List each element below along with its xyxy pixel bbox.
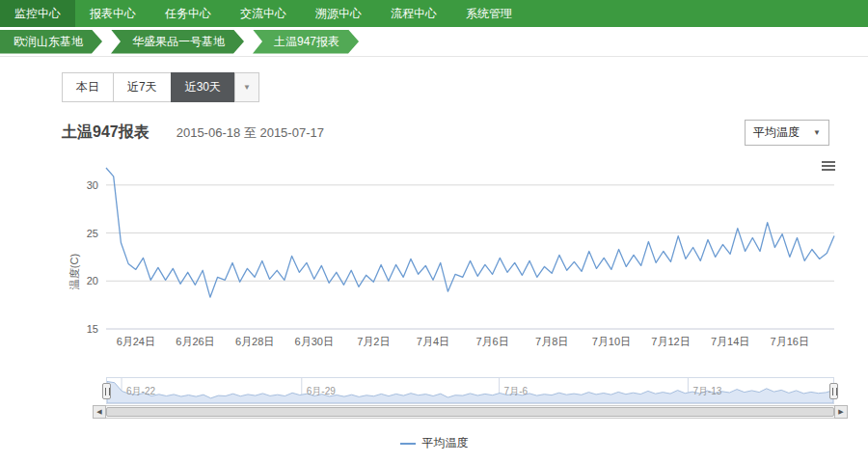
nav-item-task-center[interactable]: 任务中心 xyxy=(150,0,226,27)
nav-item-system-admin[interactable]: 系统管理 xyxy=(451,0,527,27)
svg-text:7月-13: 7月-13 xyxy=(692,386,721,396)
nav-item-trace-center[interactable]: 溯源中心 xyxy=(301,0,376,27)
navigator-right-handle[interactable] xyxy=(829,383,838,399)
chart-area: 温度(C) 152025306月24日6月26日6月28日6月30日7月2日7月… xyxy=(24,153,844,462)
nav-item-process-center[interactable]: 流程中心 xyxy=(376,0,451,27)
legend-label: 平均温度 xyxy=(422,435,469,451)
navigator-area-chart: 6月-226月-297月-67月-13 xyxy=(107,378,833,403)
temperature-line-chart: 152025306月24日6月26日6月28日6月30日7月2日7月4日7月6日… xyxy=(34,155,854,360)
metric-select-value: 平均温度 xyxy=(753,124,800,141)
metric-select[interactable]: 平均温度 ▼ xyxy=(745,120,829,146)
top-navigation: 监控中心 报表中心 任务中心 交流中心 溯源中心 流程中心 系统管理 xyxy=(0,0,868,27)
breadcrumb-base[interactable]: 欧润山东基地 xyxy=(0,30,102,54)
svg-text:30: 30 xyxy=(87,179,98,191)
svg-text:20: 20 xyxy=(87,275,98,286)
svg-text:7月4日: 7月4日 xyxy=(417,336,449,347)
svg-text:7月-6: 7月-6 xyxy=(504,386,529,396)
page-title: 土温947报表 xyxy=(62,123,149,143)
svg-text:6月24日: 6月24日 xyxy=(117,336,155,347)
svg-text:7月8日: 7月8日 xyxy=(535,336,568,347)
svg-text:6月-29: 6月-29 xyxy=(307,386,336,396)
svg-text:7月14日: 7月14日 xyxy=(711,336,749,347)
legend-line-swatch xyxy=(400,443,416,445)
svg-text:6月-22: 6月-22 xyxy=(126,386,155,396)
svg-text:7月12日: 7月12日 xyxy=(651,336,690,347)
date-range-label: 2015-06-18 至 2015-07-17 xyxy=(176,124,324,142)
svg-text:6月28日: 6月28日 xyxy=(235,336,274,347)
tab-last-7-days[interactable]: 近7天 xyxy=(113,72,172,102)
breadcrumb-report[interactable]: 土温947报表 xyxy=(253,30,359,54)
navigator-left-handle[interactable] xyxy=(102,383,111,399)
tab-last-30-days[interactable]: 近30天 xyxy=(171,72,235,102)
svg-text:7月2日: 7月2日 xyxy=(357,336,390,347)
svg-text:7月10日: 7月10日 xyxy=(592,336,631,347)
scroll-right-button[interactable]: ▶ xyxy=(834,405,848,419)
chart-legend[interactable]: 平均温度 xyxy=(24,435,844,451)
nav-item-exchange-center[interactable]: 交流中心 xyxy=(226,0,301,27)
breadcrumb: 欧润山东基地 华盛果品一号基地 土温947报表 xyxy=(0,27,868,57)
tab-today[interactable]: 本日 xyxy=(62,72,114,102)
svg-text:6月26日: 6月26日 xyxy=(176,336,214,347)
nav-item-monitor-center[interactable]: 监控中心 xyxy=(0,0,75,27)
svg-text:7月16日: 7月16日 xyxy=(771,336,809,347)
report-page: 监控中心 报表中心 任务中心 交流中心 溯源中心 流程中心 系统管理 欧润山东基… xyxy=(0,0,868,463)
chart-navigator[interactable]: 6月-226月-297月-67月-13 xyxy=(106,377,834,404)
navigator-scrollbar: ◀ ▶ xyxy=(93,405,848,419)
svg-text:25: 25 xyxy=(87,228,98,239)
scroll-left-button[interactable]: ◀ xyxy=(93,405,106,419)
range-dropdown-button[interactable]: ▼ xyxy=(234,72,259,102)
breadcrumb-farm[interactable]: 华盛果品一号基地 xyxy=(111,30,244,54)
svg-text:15: 15 xyxy=(87,323,98,335)
date-range-tabs: 本日 近7天 近30天 ▼ xyxy=(62,72,868,102)
svg-text:6月30日: 6月30日 xyxy=(295,336,334,347)
chevron-down-icon: ▼ xyxy=(813,128,821,137)
scrollbar-track[interactable] xyxy=(106,405,834,419)
svg-text:7月6日: 7月6日 xyxy=(475,336,508,347)
scrollbar-thumb[interactable] xyxy=(106,407,834,417)
title-row: 土温947报表 2015-06-18 至 2015-07-17 平均温度 ▼ xyxy=(62,120,829,146)
nav-item-report-center[interactable]: 报表中心 xyxy=(75,0,150,27)
